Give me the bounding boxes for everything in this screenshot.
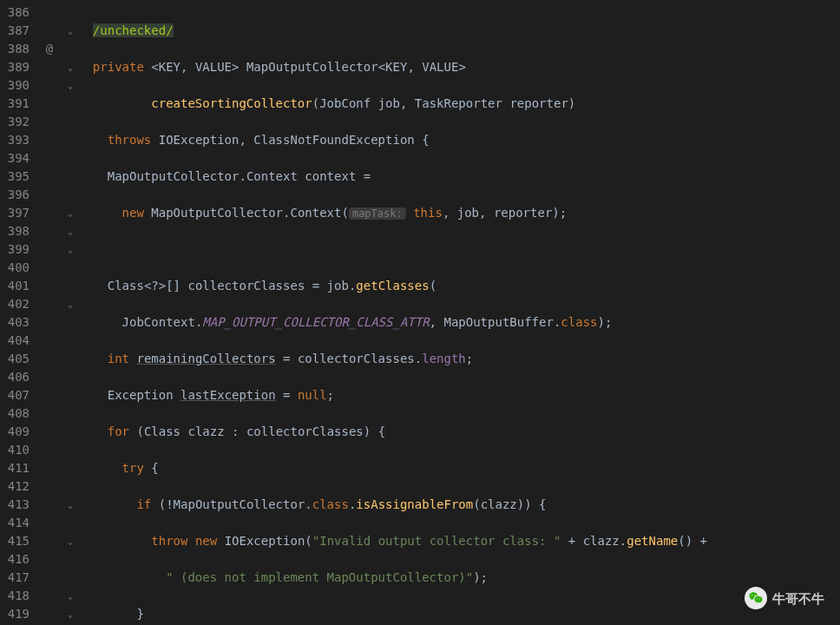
fold-marker-icon[interactable]: ⌄ [62,295,78,313]
annotation-badge [36,76,62,95]
fold-marker-icon[interactable]: ⌄ [62,22,78,40]
code-line[interactable]: /unchecked/ [78,22,707,40]
annotation-badge: @ [36,40,62,58]
fold-marker-icon[interactable] [62,168,78,186]
fold-marker-icon[interactable] [62,368,78,386]
fold-marker-icon[interactable] [62,40,78,58]
fold-marker-icon[interactable]: ⌄ [62,587,78,605]
annotation-badge [36,240,62,259]
fold-marker-icon[interactable] [62,350,78,368]
annotation-badge [36,569,62,587]
fold-marker-icon[interactable] [62,186,78,204]
fold-marker-icon[interactable]: ⌄ [62,496,78,514]
code-line[interactable]: if (!MapOutputCollector.class.isAssignab… [78,496,707,514]
fold-marker-icon[interactable] [62,423,78,441]
annotation-badge [36,532,62,550]
fold-marker-icon[interactable] [62,386,78,405]
code-line[interactable]: for (Class clazz : collectorClasses) { [78,423,707,441]
line-number-gutter: 3863873883893903913923933943953963973983… [0,0,36,625]
line-number: 411 [3,459,30,477]
code-line[interactable]: createSortingCollector(JobConf job, Task… [78,95,707,113]
line-number: 416 [3,550,30,569]
code-line[interactable]: JobContext.MAP_OUTPUT_COLLECTOR_CLASS_AT… [78,313,707,332]
fold-marker-icon[interactable] [62,405,78,423]
fold-marker-icon[interactable] [62,569,78,587]
fold-marker-icon[interactable] [62,477,78,496]
code-line[interactable]: private <KEY, VALUE> MapOutputCollector<… [78,58,707,76]
fold-marker-icon[interactable] [62,332,78,350]
fold-marker-icon[interactable]: ⌄ [62,605,78,623]
annotation-badge [36,514,62,532]
fold-marker-icon[interactable] [62,277,78,295]
annotation-badge [36,441,62,459]
annotation-badge [36,313,62,332]
annotation-badge [36,587,62,605]
annotation-badge [36,58,62,76]
code-line[interactable]: throw new IOException("Invalid output co… [78,532,707,550]
code-line[interactable] [78,240,707,259]
annotation-badge [36,496,62,514]
fold-marker-icon[interactable]: ⌄ [62,222,78,240]
fold-marker-icon[interactable]: ⌄ [62,58,78,76]
annotation-badge [36,3,62,22]
code-line[interactable]: " (does not implement MapOutputCollector… [78,569,707,587]
code-area[interactable]: /unchecked/ private <KEY, VALUE> MapOutp… [78,0,707,625]
annotation-badge [36,277,62,295]
code-line[interactable]: int remainingCollectors = collectorClass… [78,350,707,368]
annotation-column: @ [36,0,62,625]
code-editor[interactable]: 3863873883893903913923933943953963973983… [0,0,840,625]
line-number: 418 [3,587,30,605]
code-line[interactable]: throws IOException, ClassNotFoundExcepti… [78,131,707,149]
annotation-badge [36,131,62,149]
annotation-badge [36,332,62,350]
fold-marker-icon[interactable]: ⌄ [62,532,78,550]
fold-marker-icon[interactable] [62,113,78,131]
todo-comment: /unchecked/ [93,23,174,37]
line-number: 415 [3,532,30,550]
code-line[interactable]: Class<?>[] collectorClasses = job.getCla… [78,277,707,295]
fold-marker-icon[interactable] [62,131,78,149]
code-line[interactable]: new MapOutputCollector.Context(mapTask: … [78,204,707,222]
fold-marker-icon[interactable]: ⌄ [62,204,78,222]
fold-marker-icon[interactable] [62,514,78,532]
line-number: 399 [3,240,30,259]
fold-marker-icon[interactable]: ⌄ [62,76,78,95]
line-number: 404 [3,332,30,350]
line-number: 387 [3,22,30,40]
annotation-badge [36,350,62,368]
line-number: 396 [3,186,30,204]
line-number: 419 [3,605,30,623]
fold-marker-icon[interactable] [62,95,78,113]
fold-marker-icon[interactable] [62,259,78,277]
annotation-badge [36,405,62,423]
line-number: 409 [3,423,30,441]
code-line[interactable]: } [78,605,707,623]
line-number: 403 [3,313,30,332]
annotation-badge [36,550,62,569]
fold-marker-icon[interactable] [62,149,78,168]
annotation-badge [36,368,62,386]
fold-marker-icon[interactable] [62,441,78,459]
code-line[interactable]: MapOutputCollector.Context context = [78,168,707,186]
fold-column: ⌄⌄⌄⌄⌄⌄⌄⌄⌄⌄⌄ [62,0,78,625]
line-number: 397 [3,204,30,222]
code-line[interactable]: try { [78,459,707,477]
code-line[interactable]: Exception lastException = null; [78,386,707,405]
fold-marker-icon[interactable] [62,3,78,22]
fold-marker-icon[interactable] [62,459,78,477]
annotation-badge [36,186,62,204]
annotation-badge [36,222,62,240]
line-number: 386 [3,3,30,22]
line-number: 408 [3,405,30,423]
annotation-badge [36,423,62,441]
fold-marker-icon[interactable] [62,550,78,569]
annotation-badge [36,168,62,186]
watermark-text: 牛哥不牛 [772,589,824,608]
annotation-badge [36,386,62,405]
annotation-badge [36,477,62,496]
line-number: 388 [3,40,30,58]
annotation-badge [36,204,62,222]
fold-marker-icon[interactable] [62,313,78,332]
line-number: 392 [3,113,30,131]
fold-marker-icon[interactable]: ⌄ [62,240,78,259]
